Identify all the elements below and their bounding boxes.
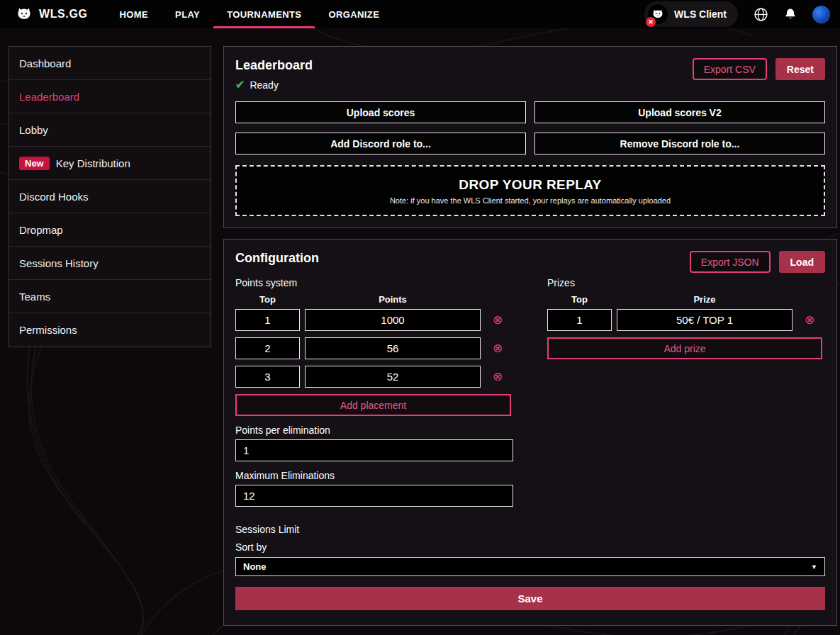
delete-placement-icon-3[interactable]: ⊗	[493, 371, 503, 383]
sidebar-item-leaderboard[interactable]: Leaderboard	[9, 80, 211, 113]
sidebar-item-permissions[interactable]: Permissions	[9, 313, 211, 347]
wls-logo-icon	[16, 6, 33, 23]
add-placement-button[interactable]: Add placement	[235, 394, 511, 416]
prize-value-input-1[interactable]	[617, 309, 793, 331]
sidebar-item-sessions-history[interactable]: Sessions History	[9, 247, 211, 280]
leaderboard-title: Leaderboard	[235, 58, 313, 73]
sidebar-item-dropmap[interactable]: Dropmap	[9, 213, 211, 247]
language-globe-icon[interactable]	[754, 7, 768, 22]
points-top-input-1[interactable]	[235, 309, 300, 331]
points-system-section: Points system Top Points ⊗ ⊗ ⊗ Add place…	[235, 277, 513, 507]
sidebar-item-teams[interactable]: Teams	[9, 280, 211, 313]
ready-status-text: Ready	[250, 79, 278, 91]
maximum-eliminations-input[interactable]	[235, 485, 513, 507]
points-per-elimination-label: Points per elimination	[235, 425, 513, 436]
add-prize-button[interactable]: Add prize	[547, 337, 822, 359]
points-row: ⊗	[235, 366, 513, 388]
leaderboard-panel: Leaderboard ✔ Ready Export CSV Reset Upl…	[223, 46, 837, 228]
export-json-button[interactable]: Export JSON	[690, 251, 771, 273]
add-discord-role-button[interactable]: Add Discord role to...	[235, 133, 526, 154]
points-system-label: Points system	[235, 277, 513, 288]
client-label: WLS Client	[674, 9, 727, 20]
sidebar-item-lobby[interactable]: Lobby	[9, 113, 211, 147]
load-button[interactable]: Load	[779, 251, 825, 273]
points-top-input-2[interactable]	[235, 337, 300, 359]
points-value-input-3[interactable]	[305, 366, 481, 388]
nav-item-home[interactable]: HOME	[106, 0, 162, 28]
nav-item-play[interactable]: PLAY	[162, 0, 213, 28]
sidebar-item-discord-hooks[interactable]: Discord Hooks	[9, 180, 211, 213]
wls-client-pill[interactable]: ✕ WLS Client	[644, 1, 738, 27]
sidebar-item-dashboard[interactable]: Dashboard	[9, 47, 211, 80]
prize-row: ⊗	[547, 309, 824, 331]
points-row: ⊗	[235, 309, 513, 331]
dropzone-note: Note: if you have the WLS Client started…	[390, 196, 671, 205]
top-navbar: WLS.GG HOME PLAY TOURNAMENTS ORGANIZE ✕ …	[0, 0, 840, 28]
client-avatar: ✕	[648, 4, 668, 24]
delete-placement-icon-1[interactable]: ⊗	[493, 314, 503, 326]
points-value-input-2[interactable]	[305, 337, 481, 359]
points-row: ⊗	[235, 337, 513, 359]
prizes-col-prize-header: Prize	[617, 294, 793, 305]
export-csv-button[interactable]: Export CSV	[693, 58, 767, 80]
delete-prize-icon-1[interactable]: ⊗	[805, 314, 814, 326]
save-button[interactable]: Save	[235, 587, 825, 610]
chevron-down-icon: ▼	[811, 563, 817, 571]
prizes-col-top-header: Top	[547, 294, 612, 305]
tournament-sidebar: Dashboard Leaderboard Lobby New Key Dist…	[9, 46, 211, 347]
replay-dropzone[interactable]: DROP YOUR REPLAY Note: if you have the W…	[235, 165, 825, 216]
configuration-panel: Configuration Export JSON Load Points sy…	[223, 239, 837, 626]
delete-placement-icon-2[interactable]: ⊗	[493, 342, 503, 354]
main-nav: HOME PLAY TOURNAMENTS ORGANIZE	[106, 0, 393, 28]
points-value-input-1[interactable]	[305, 309, 481, 331]
sort-by-label: Sort by	[235, 541, 825, 553]
points-col-top-header: Top	[235, 294, 300, 305]
sidebar-item-key-distribution[interactable]: New Key Distribution	[9, 147, 211, 180]
points-per-elimination-input[interactable]	[235, 439, 513, 461]
new-badge: New	[19, 157, 50, 170]
client-disconnected-icon: ✕	[646, 17, 656, 27]
prizes-section: Prizes Top Prize ⊗ Add prize	[547, 277, 824, 507]
ready-check-icon: ✔	[235, 78, 245, 91]
sort-by-selected-value: None	[243, 561, 267, 572]
navbar-right: ✕ WLS Client	[644, 1, 830, 27]
nav-item-organize[interactable]: ORGANIZE	[315, 0, 393, 28]
notifications-bell-icon[interactable]	[784, 7, 797, 21]
dropzone-title: DROP YOUR REPLAY	[459, 177, 601, 193]
reset-button[interactable]: Reset	[775, 58, 825, 80]
sessions-limit-label: Sessions Limit	[235, 524, 825, 535]
user-avatar[interactable]	[812, 6, 830, 23]
nav-item-tournaments[interactable]: TOURNAMENTS	[213, 0, 315, 28]
prize-top-input-1[interactable]	[547, 309, 612, 331]
upload-scores-button[interactable]: Upload scores	[235, 101, 526, 123]
prizes-label: Prizes	[547, 277, 824, 288]
points-top-input-3[interactable]	[235, 366, 300, 388]
points-col-points-header: Points	[305, 294, 481, 305]
brand-name: WLS.GG	[39, 8, 87, 21]
maximum-eliminations-label: Maximum Eliminations	[235, 470, 513, 481]
sort-by-select[interactable]: None ▼	[235, 557, 825, 576]
brand[interactable]: WLS.GG	[16, 6, 87, 23]
remove-discord-role-button[interactable]: Remove Discord role to...	[534, 133, 825, 154]
configuration-title: Configuration	[235, 251, 319, 266]
upload-scores-v2-button[interactable]: Upload scores V2	[534, 101, 825, 123]
